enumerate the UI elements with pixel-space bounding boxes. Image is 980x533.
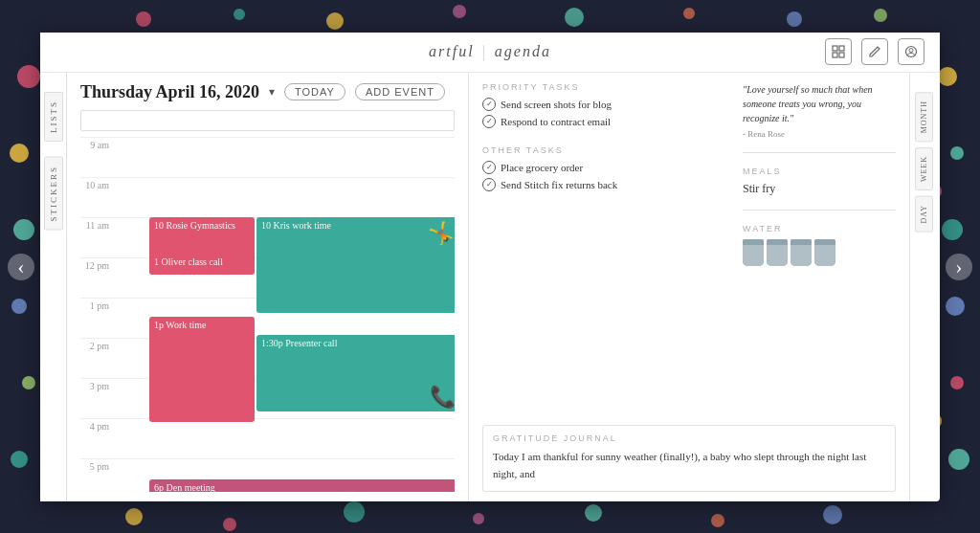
side-column: "Love yourself so much that when someone… (743, 82, 896, 418)
time-label: 5 pm (80, 459, 115, 472)
other-task-item[interactable]: ✓ Place grocery order (482, 161, 729, 174)
day-tab[interactable]: DAY (915, 196, 933, 233)
search-input[interactable] (80, 110, 455, 131)
edit-button[interactable] (861, 38, 888, 65)
svg-point-33 (344, 501, 365, 522)
meals-label: MEALS (743, 167, 896, 176)
other-task-item[interactable]: ✓ Send Stitch fix returns back (482, 178, 729, 191)
svg-point-1 (17, 65, 40, 88)
task-check[interactable]: ✓ (482, 115, 496, 128)
app-header: artful | agenda (40, 33, 940, 73)
event-block[interactable]: 1p Work time (149, 317, 255, 422)
other-tasks-label: OTHER TASKS (482, 145, 729, 155)
quote-section: "Love yourself so much that when someone… (743, 82, 896, 139)
header-icons (825, 38, 924, 65)
svg-point-43 (909, 49, 913, 53)
svg-point-14 (950, 146, 964, 160)
svg-point-32 (223, 518, 236, 531)
svg-point-28 (683, 8, 695, 19)
task-check[interactable]: ✓ (482, 161, 496, 174)
month-tab[interactable]: MONTH (915, 92, 933, 142)
svg-point-12 (938, 67, 957, 86)
task-text: Send screen shots for blog (501, 99, 612, 110)
app-title-divider: | (482, 43, 487, 60)
grid-icon (832, 45, 845, 58)
svg-point-24 (234, 9, 245, 20)
stickers-tab[interactable]: STICKERS (44, 157, 63, 231)
other-tasks-section: OTHER TASKS ✓ Place grocery order ✓ Send… (482, 145, 729, 195)
svg-point-22 (948, 449, 969, 470)
user-icon (904, 45, 918, 58)
time-label: 11 am (80, 218, 115, 231)
svg-point-27 (565, 8, 584, 27)
svg-point-9 (22, 376, 35, 389)
svg-rect-41 (839, 53, 844, 57)
task-check[interactable]: ✓ (482, 178, 496, 191)
svg-point-30 (874, 9, 887, 22)
app-title-left: artful (429, 43, 475, 60)
svg-rect-40 (833, 53, 837, 57)
calendar-section: Thursday April 16, 2020 ▾ TODAY ADD EVEN… (67, 73, 469, 501)
svg-point-5 (13, 219, 34, 240)
water-cup[interactable] (743, 239, 764, 266)
tasks-column: PRIORITY TASKS ✓ Send screen shots for b… (482, 82, 729, 418)
right-tabs: MONTH WEEK DAY (909, 73, 938, 501)
right-panel: PRIORITY TASKS ✓ Send screen shots for b… (469, 73, 909, 501)
svg-point-29 (787, 11, 802, 27)
svg-point-11 (11, 451, 28, 468)
priority-task-item[interactable]: ✓ Respond to contract email (482, 115, 729, 128)
time-grid: 9 am10 am11 am12 pm1 pm2 pm3 pm4 pm5 pm6… (80, 137, 455, 492)
add-event-button[interactable]: ADD EVENT (355, 83, 445, 100)
task-text: Place grocery order (501, 162, 583, 173)
water-cup[interactable] (814, 239, 835, 266)
book-container: artful | agenda (40, 33, 940, 501)
priority-task-item[interactable]: ✓ Send screen shots for blog (482, 98, 729, 111)
event-block[interactable]: 1:30p Presenter call📞 (256, 335, 455, 411)
gratitude-label: GRATITUDE JOURNAL (493, 433, 885, 443)
app-title-right: agenda (495, 43, 551, 60)
time-label: 9 am (80, 138, 115, 150)
time-label: 4 pm (80, 419, 115, 432)
date-dropdown-icon[interactable]: ▾ (269, 85, 275, 100)
meals-section: MEALS Stir fry (743, 167, 896, 196)
water-cup[interactable] (767, 239, 788, 266)
svg-point-31 (125, 508, 143, 525)
priority-tasks-label: PRIORITY TASKS (482, 82, 729, 92)
svg-point-35 (585, 504, 602, 522)
time-label: 3 pm (80, 379, 115, 391)
gratitude-text: Today I am thankful for sunny weather (f… (493, 449, 885, 482)
today-button[interactable]: TODAY (284, 83, 345, 100)
svg-point-3 (10, 144, 29, 163)
svg-point-18 (946, 297, 965, 316)
water-cup[interactable] (791, 239, 812, 266)
svg-point-7 (11, 299, 27, 314)
time-label: 2 pm (80, 339, 115, 351)
event-block[interactable]: 6p Den meeting🤚 (149, 479, 455, 492)
quote-text: "Love yourself so much that when someone… (743, 82, 896, 125)
prev-arrow[interactable]: ‹ (8, 254, 34, 280)
book-body: LISTS STICKERS Thursday April 16, 2020 ▾… (40, 73, 940, 501)
svg-point-37 (823, 505, 842, 524)
right-top: PRIORITY TASKS ✓ Send screen shots for b… (482, 82, 896, 418)
svg-point-16 (942, 219, 963, 240)
quote-author: - Rena Rose (743, 129, 896, 139)
event-block[interactable]: 10 Kris work time🤸 (256, 217, 455, 313)
gratitude-section: GRATITUDE JOURNAL Today I am thankful fo… (482, 425, 896, 491)
calendar-date: Thursday April 16, 2020 (80, 82, 259, 102)
lists-tab[interactable]: LISTS (44, 92, 63, 142)
water-label: WATER (743, 224, 896, 233)
svg-point-36 (711, 514, 724, 527)
svg-point-20 (950, 376, 964, 389)
user-button[interactable] (898, 38, 924, 65)
calendar-header: Thursday April 16, 2020 ▾ TODAY ADD EVEN… (80, 82, 455, 102)
task-check[interactable]: ✓ (482, 98, 496, 111)
grid-view-button[interactable] (825, 38, 852, 65)
week-tab[interactable]: WEEK (915, 147, 933, 190)
left-tabs: LISTS STICKERS (40, 73, 67, 501)
meals-value: Stir fry (743, 182, 896, 196)
next-arrow[interactable]: › (946, 254, 972, 280)
event-block[interactable]: 1 Oliver class call (149, 254, 255, 275)
svg-point-25 (326, 12, 344, 30)
water-section: WATER (743, 224, 896, 266)
svg-point-26 (453, 5, 466, 18)
